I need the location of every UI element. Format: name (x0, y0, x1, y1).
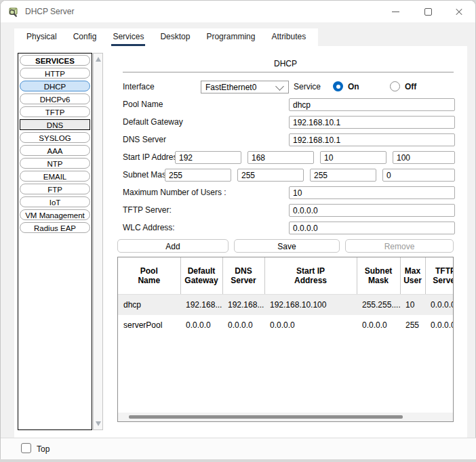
dns-server-label: DNS Server (123, 135, 166, 144)
tftp-server-input[interactable] (289, 204, 455, 217)
max-users-input[interactable] (289, 186, 455, 199)
interface-dropdown[interactable]: FastEthernet0 (201, 81, 289, 93)
chevron-down-icon (275, 82, 284, 91)
table-row-serverpool[interactable]: serverPool 0.0.0.0 0.0.0.0 0.0.0.0 0.0.0… (118, 315, 454, 335)
start-ip-octet-3[interactable] (320, 151, 386, 164)
cell-pool-name: dhcp (118, 295, 180, 316)
cell-dns-server: 192.168.... (222, 295, 264, 316)
sidebar-item-http[interactable]: HTTP (20, 68, 90, 79)
default-gateway-label: Default Gateway (123, 117, 183, 127)
tab-physical[interactable]: Physical (18, 28, 65, 46)
sidebar-header-services: SERVICES (20, 55, 90, 66)
interface-value: FastEthernet0 (201, 83, 277, 92)
sidebar-item-iot[interactable]: IoT (20, 196, 90, 207)
service-on-radio[interactable] (333, 81, 343, 91)
sidebar-scrollbar[interactable] (93, 53, 103, 430)
services-sidebar: SERVICES HTTP DHCP DHCPv6 TFTP DNS SYSLO… (18, 53, 92, 430)
tftp-server-label: TFTP Server: (123, 205, 172, 215)
cell-dns-server: 0.0.0.0 (222, 315, 264, 335)
cell-tftp-server: 0.0.0.0 (425, 315, 454, 335)
table-horizontal-scrollbar[interactable] (118, 413, 453, 421)
sidebar-item-dhcp[interactable]: DHCP (20, 81, 90, 91)
col-pool-name: Pool Name (118, 257, 180, 295)
col-start-ip: Start IP Address (264, 257, 357, 295)
minimize-icon (392, 12, 399, 12)
sidebar-item-dhcpv6[interactable]: DHCPv6 (20, 93, 90, 104)
dhcp-form: DHCP Interface FastEthernet0 Service On … (104, 46, 467, 438)
service-off-radio[interactable] (390, 81, 400, 91)
top-checkbox[interactable] (21, 443, 31, 453)
col-subnet-mask: Subnet Mask (357, 257, 400, 295)
cell-pool-name: serverPool (118, 315, 180, 335)
title-divider (123, 72, 454, 72)
window-title: DHCP Server (25, 7, 74, 16)
packet-tracer-icon (8, 6, 20, 18)
cell-max-user: 255 (400, 315, 425, 335)
col-dns-server: DNS Server (222, 257, 264, 295)
cell-default-gateway: 0.0.0.0 (180, 315, 222, 335)
tab-desktop[interactable]: Desktop (152, 28, 198, 46)
max-users-label: Maximum Number of Users : (123, 188, 226, 197)
add-button[interactable]: Add (117, 239, 229, 253)
tab-config[interactable]: Config (65, 28, 105, 46)
dhcp-server-app: DHCP Server Physical Config Services Des… (0, 0, 476, 462)
cell-subnet-mask: 255.255.... (357, 295, 400, 316)
title-bar: DHCP Server (1, 1, 475, 22)
subnet-octet-2[interactable] (237, 169, 304, 182)
maximize-button[interactable] (413, 1, 443, 22)
minimize-button[interactable] (380, 1, 410, 22)
table-header-row: Pool Name Default Gateway DNS Server Sta… (118, 257, 454, 295)
maximize-icon (424, 8, 432, 16)
start-ip-octet-2[interactable] (247, 151, 314, 164)
sidebar-item-tftp[interactable]: TFTP (20, 106, 90, 117)
service-on-label: On (348, 82, 359, 91)
cell-default-gateway: 192.168.... (180, 295, 222, 316)
cell-tftp-server: 0.0.0.0 (425, 295, 454, 316)
close-icon (455, 7, 463, 16)
sidebar-item-dns[interactable]: DNS (20, 119, 90, 130)
table-row-dhcp[interactable]: dhcp 192.168.... 192.168.... 192.168.10.… (118, 295, 454, 316)
cell-max-user: 10 (400, 295, 425, 316)
dhcp-pools-table: Pool Name Default Gateway DNS Server Sta… (117, 257, 454, 422)
tab-attributes[interactable]: Attributes (263, 28, 314, 46)
services-panel: SERVICES HTTP DHCP DHCPv6 TFTP DNS SYSLO… (14, 46, 467, 438)
start-ip-octet-1[interactable] (175, 151, 241, 164)
close-button[interactable] (444, 1, 474, 22)
footer-bar: Top (1, 438, 476, 459)
scroll-up-icon[interactable] (96, 57, 101, 62)
service-label: Service (294, 82, 321, 91)
save-button[interactable]: Save (234, 239, 340, 253)
dns-server-input[interactable] (289, 133, 455, 146)
sidebar-item-email[interactable]: EMAIL (20, 171, 90, 182)
h-scrollbar-thumb[interactable] (129, 415, 403, 419)
tab-programming[interactable]: Programming (198, 28, 263, 46)
sidebar-item-syslog[interactable]: SYSLOG (20, 132, 90, 143)
sidebar-item-vm-management[interactable]: VM Management (20, 209, 90, 220)
cell-start-ip: 0.0.0.0 (264, 315, 357, 335)
pool-name-input[interactable] (289, 98, 455, 111)
subnet-octet-4[interactable] (382, 169, 455, 182)
sidebar-item-radius-eap[interactable]: Radius EAP (20, 222, 90, 233)
sidebar-item-ntp[interactable]: NTP (20, 158, 90, 169)
sidebar-item-ftp[interactable]: FTP (20, 184, 90, 194)
default-gateway-input[interactable] (289, 116, 455, 129)
col-max-user: Max User (400, 257, 425, 295)
tab-services[interactable]: Services (104, 28, 152, 46)
wlc-address-input[interactable] (289, 222, 455, 234)
col-tftp-server: TFTP Server (425, 257, 454, 295)
sidebar-item-aaa[interactable]: AAA (20, 145, 90, 156)
subnet-octet-1[interactable] (165, 169, 231, 182)
interface-label: Interface (123, 82, 155, 91)
wlc-address-label: WLC Address: (123, 223, 175, 232)
remove-button[interactable]: Remove (345, 239, 454, 253)
panel-title: DHCP (117, 59, 454, 68)
tab-bar: Physical Config Services Desktop Program… (14, 28, 318, 46)
top-checkbox-label: Top (37, 444, 49, 454)
start-ip-octet-4[interactable] (393, 151, 455, 164)
scroll-down-icon[interactable] (96, 421, 101, 426)
cell-start-ip: 192.168.10.100 (264, 295, 357, 316)
cell-subnet-mask: 0.0.0.0 (357, 315, 400, 335)
subnet-octet-3[interactable] (310, 169, 376, 182)
col-default-gateway: Default Gateway (180, 257, 222, 295)
service-off-label: Off (405, 82, 416, 91)
